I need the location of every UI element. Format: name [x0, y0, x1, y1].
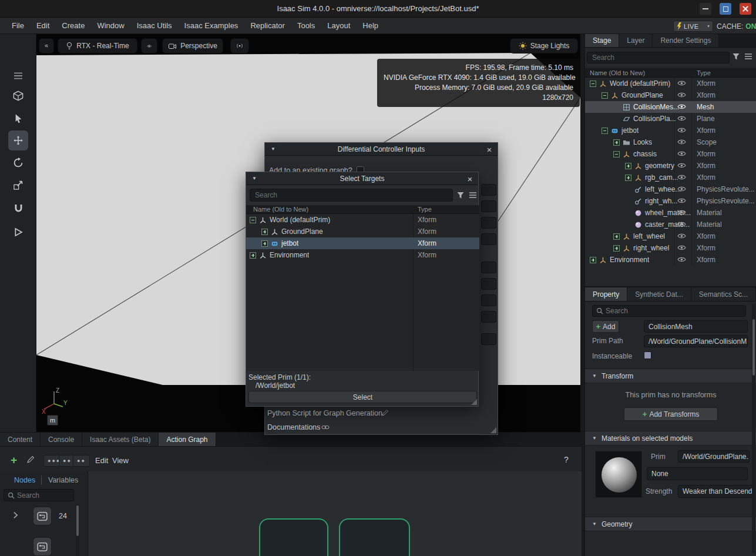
add-property-button[interactable]: Add: [592, 320, 619, 333]
stage-row[interactable]: wheel_mater...Material: [585, 207, 756, 219]
input-field[interactable]: [481, 233, 496, 245]
nodes-search-input[interactable]: [17, 490, 73, 501]
input-field[interactable]: [481, 262, 496, 273]
more-options-button[interactable]: ●●: [73, 455, 90, 467]
eye-icon[interactable]: [677, 127, 687, 134]
eye-icon[interactable]: [677, 186, 687, 193]
stage-row-selected[interactable]: CollisionMes...Mesh: [585, 101, 756, 113]
plus-icon[interactable]: [261, 240, 268, 247]
plus-icon[interactable]: [250, 252, 256, 259]
property-scrollbar[interactable]: [752, 304, 755, 553]
eye-icon[interactable]: [677, 244, 687, 252]
stage-row[interactable]: rgb_cam...Xform: [585, 172, 756, 183]
renderer-dropdown[interactable]: RTX - Real-Time: [58, 38, 137, 53]
eye-icon[interactable]: [677, 233, 687, 240]
eye-icon[interactable]: [677, 139, 687, 146]
close-icon[interactable]: [465, 174, 475, 183]
eye-icon[interactable]: [677, 115, 687, 122]
snap-tool-button[interactable]: [8, 198, 28, 218]
scale-tool-button[interactable]: [8, 175, 28, 195]
stage-row[interactable]: left_wheelXform: [585, 230, 756, 242]
minus-icon[interactable]: [602, 128, 608, 134]
eye-icon[interactable]: [677, 221, 687, 228]
scrollbar-thumb[interactable]: [752, 319, 755, 376]
tab-nodes[interactable]: Nodes: [14, 476, 35, 484]
stage-row[interactable]: jetbotXform: [585, 125, 756, 136]
stage-options-menu-icon[interactable]: [744, 53, 752, 60]
unit-badge[interactable]: m: [47, 415, 58, 426]
eye-icon[interactable]: [677, 209, 687, 216]
plus-icon[interactable]: [613, 139, 620, 146]
tab-content[interactable]: Content: [0, 433, 41, 446]
strength-dropdown[interactable]: Weaker than Descend...: [678, 485, 752, 498]
graph-canvas[interactable]: [88, 471, 582, 556]
stage-row[interactable]: geometryXform: [585, 160, 756, 172]
close-icon[interactable]: [485, 145, 494, 154]
menu-layout[interactable]: Layout: [327, 21, 350, 30]
expand-chevron-icon[interactable]: [13, 511, 18, 519]
input-field[interactable]: [481, 311, 496, 323]
prim-path-field[interactable]: /World/GroundPlane/CollisionM: [644, 335, 748, 347]
tab-action-graph[interactable]: Action Graph: [159, 433, 216, 446]
input-field[interactable]: [481, 184, 496, 196]
maximize-button[interactable]: [720, 3, 731, 15]
collapse-triangle-icon[interactable]: ▼: [252, 176, 257, 181]
cursor-tool-button[interactable]: [8, 108, 28, 128]
input-field[interactable]: [481, 333, 496, 345]
eye-icon[interactable]: [677, 256, 687, 263]
eye-icon[interactable]: [677, 92, 687, 99]
minus-icon[interactable]: [613, 151, 620, 158]
chevron-down-icon[interactable]: ▾: [707, 24, 710, 29]
menu-replicator[interactable]: Replicator: [250, 21, 285, 30]
python-script-link[interactable]: Python Script for Graph Generation: [267, 409, 382, 417]
tab-stage[interactable]: Stage: [585, 34, 619, 47]
tab-console[interactable]: Console: [41, 433, 82, 446]
plus-icon[interactable]: [613, 245, 620, 252]
tab-property[interactable]: Property: [585, 287, 627, 301]
pencil-icon[interactable]: [381, 409, 389, 417]
target-row[interactable]: EnvironmentXform: [246, 249, 479, 261]
close-button[interactable]: [740, 3, 751, 15]
stage-row[interactable]: caster_mate...Material: [585, 219, 756, 230]
select-targets-dialog[interactable]: ▼ Select Targets Name (Old to New) Type …: [246, 172, 479, 407]
help-icon[interactable]: ?: [564, 455, 569, 464]
minus-icon[interactable]: [590, 81, 596, 87]
resize-handle[interactable]: [471, 399, 477, 405]
filter-icon[interactable]: [456, 191, 465, 199]
node-category-icon[interactable]: [33, 537, 52, 556]
camera-dropdown[interactable]: Perspective: [162, 38, 223, 53]
stage-row[interactable]: right_wh...PhysicsRevolute...: [585, 195, 756, 207]
input-field[interactable]: [481, 278, 496, 290]
new-graph-plus-icon[interactable]: +: [11, 454, 17, 467]
stage-row[interactable]: World (defaultPrim)Xform: [585, 78, 756, 89]
property-search-input[interactable]: [606, 306, 745, 316]
stage-row[interactable]: chassisXform: [585, 148, 756, 160]
menu-file[interactable]: File: [12, 21, 24, 30]
menu-edit[interactable]: Edit: [36, 21, 49, 30]
target-row[interactable]: World (defaultPrim)Xform: [246, 214, 479, 226]
prim-name-field[interactable]: CollisionMesh: [644, 320, 748, 333]
input-field[interactable]: [481, 217, 496, 229]
tab-variables[interactable]: Variables: [48, 476, 78, 484]
property-search[interactable]: [592, 305, 746, 317]
menu-window[interactable]: Window: [97, 21, 124, 30]
graph-edit-menu[interactable]: Edit: [95, 456, 108, 465]
eye-icon[interactable]: [677, 197, 687, 205]
targets-search-input[interactable]: [250, 189, 453, 202]
material-dropdown[interactable]: None: [647, 467, 748, 480]
transform-section-header[interactable]: Transform: [585, 369, 756, 383]
resize-handle[interactable]: [490, 427, 496, 433]
tab-render-settings[interactable]: Render Settings: [653, 34, 719, 47]
rotate-tool-button[interactable]: [8, 153, 28, 173]
pencil-icon[interactable]: [26, 455, 35, 464]
menu-isaac-utils[interactable]: Isaac Utils: [137, 21, 172, 30]
nodes-scrollbar[interactable]: [76, 504, 79, 556]
stage-row[interactable]: LooksScope: [585, 136, 756, 148]
eye-icon[interactable]: [677, 150, 687, 158]
visibility-menu-button[interactable]: [141, 38, 157, 53]
dialog-titlebar[interactable]: ▼ Differential Controller Inputs: [265, 143, 498, 156]
plus-icon[interactable]: [613, 233, 620, 240]
dialog-titlebar[interactable]: ▼ Select Targets: [246, 172, 478, 185]
eye-icon[interactable]: [677, 174, 687, 181]
minus-icon[interactable]: [250, 217, 256, 223]
